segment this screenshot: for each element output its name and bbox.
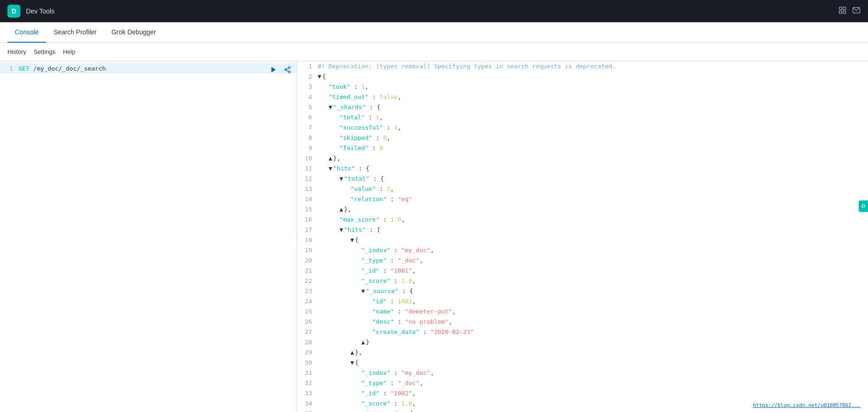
editor-path: /my_doc/_doc/_search — [33, 65, 106, 72]
help-button[interactable]: Help — [63, 48, 75, 55]
editor-panel: 1 GET /my_doc/_doc/_search ⋮ — [0, 61, 297, 412]
toolbar: History Settings Help — [0, 43, 868, 61]
response-line-25: 25 "name" : "demeter-put", — [297, 307, 868, 317]
editor-content: 1 GET /my_doc/_doc/_search — [0, 61, 297, 75]
response-line-13: 13 "value" : 2, — [297, 184, 868, 194]
top-bar: D Dev Tools — [0, 0, 868, 22]
svg-point-6 — [288, 66, 290, 68]
copy-button[interactable] — [282, 64, 293, 75]
resize-dots: ⋮ — [294, 233, 297, 241]
panel-resize-handle[interactable]: ⋮ — [295, 61, 297, 412]
tab-search-profiler[interactable]: Search Profiler — [46, 22, 104, 43]
response-line-23: 23 ▼"_source" : { — [297, 286, 868, 296]
response-line-16: 16 "max_score" : 1.0, — [297, 215, 868, 225]
svg-rect-3 — [839, 11, 842, 13]
app-title: Dev Tools — [26, 7, 54, 15]
tab-console[interactable]: Console — [7, 22, 46, 43]
response-line-28: 28 ▲} — [297, 337, 868, 347]
response-line-22: 22 "_score" : 1.0, — [297, 276, 868, 286]
response-line-4: 4 "timed_out" : false, — [297, 92, 868, 102]
response-line-10: 10 ▲}, — [297, 153, 868, 163]
app-icon: D — [7, 5, 20, 18]
response-line-20: 20 "_type" : "_doc", — [297, 255, 868, 266]
svg-rect-1 — [843, 7, 846, 9]
response-line-15: 15 ▲}, — [297, 204, 868, 215]
svg-marker-5 — [271, 67, 275, 72]
response-line-33: 33 "_id" : "1002", — [297, 388, 868, 399]
response-line-18: 18 ▼{ — [297, 235, 868, 245]
response-line-29: 29 ▲}, — [297, 347, 868, 358]
svg-point-8 — [288, 71, 290, 73]
response-line-27: 27 "create_date" : "2020-02-23" — [297, 327, 868, 337]
response-line-9: 9 "failed" : 0 — [297, 143, 868, 153]
tab-grok-debugger[interactable]: Grok Debugger — [104, 22, 163, 43]
response-line-14: 14 "relation" : "eq" — [297, 194, 868, 204]
response-line-17: 17 ▼"hits" : [ — [297, 225, 868, 235]
response-line-6: 6 "total" : 1, — [297, 112, 868, 123]
svg-line-9 — [287, 70, 289, 72]
top-bar-right — [838, 6, 861, 16]
response-line-7: 7 "successful" : 1, — [297, 123, 868, 133]
svg-rect-2 — [843, 11, 846, 13]
url-tooltip: https://blog.csdn.net/u010857862... — [753, 402, 861, 408]
response-line-19: 19 "_index" : "my_doc", — [297, 245, 868, 255]
status-badge[interactable]: G — [859, 200, 868, 212]
response-scroll[interactable]: 1 #! Deprecation: [types removal] Specif… — [297, 61, 868, 412]
response-line-31: 31 "_index" : "my_doc", — [297, 368, 868, 378]
main-content: 1 GET /my_doc/_doc/_search ⋮ — [0, 61, 868, 412]
response-line-24: 24 "id" : 1001, — [297, 296, 868, 307]
response-line-21: 21 "_id" : "1001", — [297, 266, 868, 276]
response-line-35: 35 ▼"_source" : { — [297, 409, 868, 412]
response-line-26: 26 "desc" : "no problem", — [297, 317, 868, 327]
response-panel: 1 #! Deprecation: [types removal] Specif… — [297, 61, 868, 412]
response-line-5: 5 ▼"_shards" : { — [297, 102, 868, 112]
settings-button[interactable]: Settings — [33, 48, 55, 55]
nav-tabs: Console Search Profiler Grok Debugger — [0, 22, 868, 43]
response-line-11: 11 ▼"hits" : { — [297, 163, 868, 174]
editor-line-1[interactable]: 1 GET /my_doc/_doc/_search — [0, 63, 297, 73]
response-line-3: 3 "took" : 1, — [297, 82, 868, 92]
settings-icon[interactable] — [838, 6, 847, 16]
svg-line-10 — [287, 68, 289, 69]
response-line-1: 1 #! Deprecation: [types removal] Specif… — [297, 61, 868, 72]
svg-rect-0 — [839, 7, 842, 9]
response-line-8: 8 "skipped" : 0, — [297, 133, 868, 143]
response-line-12: 12 ▼"total" : { — [297, 174, 868, 184]
top-bar-left: D Dev Tools — [7, 5, 54, 18]
line-number-1: 1 — [0, 65, 19, 72]
response-line-32: 32 "_type" : "_doc", — [297, 378, 868, 388]
history-button[interactable]: History — [7, 48, 26, 55]
response-line-2: 2 ▼{ — [297, 72, 868, 82]
editor-line-text-1: GET /my_doc/_doc/_search — [19, 65, 106, 72]
line-actions — [268, 64, 293, 75]
http-method: GET — [19, 65, 29, 72]
mail-icon[interactable] — [852, 6, 861, 16]
response-line-30: 30 ▼{ — [297, 358, 868, 368]
svg-point-7 — [285, 69, 287, 71]
run-button[interactable] — [268, 64, 279, 75]
